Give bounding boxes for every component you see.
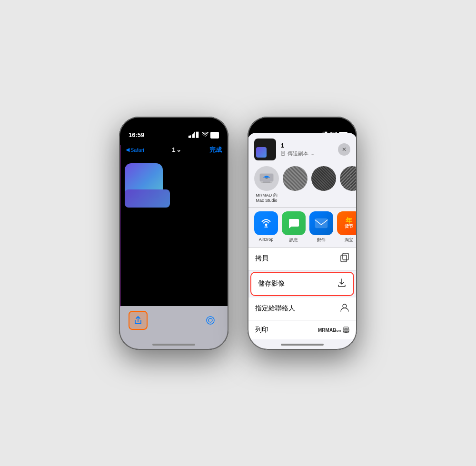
svg-point-16 xyxy=(343,304,347,308)
messages-label: 訊息 xyxy=(289,237,298,243)
battery-indicator: 97 xyxy=(210,132,219,139)
app-airdrop[interactable]: AirDrop xyxy=(254,211,278,243)
share-home-indicator xyxy=(248,339,357,350)
mail-svg xyxy=(315,218,328,228)
mac-studio-label: MRMAD 的Mac Studio xyxy=(256,193,278,203)
airdrop-svg xyxy=(259,217,273,230)
action-list: 拷貝 儲存影像 xyxy=(248,247,357,339)
back-label: Safari xyxy=(130,147,144,153)
app-taobao[interactable]: 年 货节 淘宝 xyxy=(337,211,357,243)
toolbar xyxy=(119,306,228,339)
airdrop-label: AirDrop xyxy=(259,237,274,242)
home-bar xyxy=(152,344,195,346)
svg-rect-7 xyxy=(261,182,272,183)
app-mail[interactable]: 郵件 xyxy=(309,211,333,243)
share-home-bar xyxy=(281,344,324,346)
print-label: 列印 xyxy=(255,326,268,334)
contact-1[interactable] xyxy=(283,166,307,203)
nav-bar: ◀ Safari 1 ⌄ 完成 xyxy=(119,141,228,159)
left-phone: 16:59 ▋▋▋ 97 ◀ Safari xyxy=(119,117,228,350)
save-image-icon xyxy=(337,278,347,290)
taobao-label: 淘宝 xyxy=(345,237,353,243)
bookmark-button[interactable] xyxy=(202,312,219,329)
back-button[interactable]: ◀ Safari xyxy=(126,147,144,153)
save-image-wrapper: 儲存影像 xyxy=(248,270,357,297)
share-subtitle: 傳送副本 ⌄ xyxy=(281,150,333,157)
copy-label: 拷貝 xyxy=(255,254,268,263)
contact-3-avatar xyxy=(340,166,357,191)
svg-point-1 xyxy=(208,318,212,322)
assign-contact-label: 指定給聯絡人 xyxy=(255,304,295,313)
copy-icon xyxy=(340,253,349,265)
svg-point-0 xyxy=(207,317,214,324)
messages-svg xyxy=(288,217,300,229)
taobao-icon: 年 货节 xyxy=(337,211,357,235)
contact-mac-studio[interactable]: MRMAD 的Mac Studio xyxy=(254,166,279,203)
doc-icon xyxy=(281,151,286,156)
share-sheet: 1 傳送副本 ⌄ ✕ xyxy=(248,133,357,350)
share-header: 1 傳送副本 ⌄ ✕ xyxy=(248,133,357,164)
share-title: 1 xyxy=(281,142,333,149)
content-area xyxy=(119,159,228,306)
action-copy[interactable]: 拷貝 xyxy=(248,248,357,270)
save-image-label: 儲存影像 xyxy=(258,279,285,288)
airdrop-icon xyxy=(254,211,278,235)
mrmad-logo: MRMAD .com xyxy=(318,327,341,333)
action-assign-contact[interactable]: 指定給聯絡人 xyxy=(248,297,357,320)
contacts-row: MRMAD 的Mac Studio xyxy=(248,164,357,207)
chevron-icon: ⌄ xyxy=(176,146,181,153)
share-close-button[interactable]: ✕ xyxy=(338,143,350,156)
home-indicator xyxy=(119,339,228,350)
assign-contact-icon xyxy=(340,303,349,315)
back-icon: ◀ xyxy=(126,147,129,153)
svg-rect-15 xyxy=(341,255,347,262)
mac-studio-icon xyxy=(259,173,274,184)
contact-3[interactable] xyxy=(340,166,357,203)
share-icon xyxy=(133,316,143,325)
bookmark-icon xyxy=(206,316,215,325)
thumb-gradient xyxy=(256,147,267,158)
mail-label: 郵件 xyxy=(317,237,326,243)
action-save-image[interactable]: 儲存影像 xyxy=(250,272,354,296)
mrmad-watermark: MRMAD .com xyxy=(318,327,349,333)
page-number: 1 ⌄ xyxy=(172,146,181,153)
subtitle-chevron: ⌄ xyxy=(310,150,315,157)
app-preview-rect xyxy=(125,189,170,208)
contact-2[interactable] xyxy=(311,166,336,203)
messages-icon xyxy=(282,211,306,235)
wifi-icon xyxy=(202,132,208,138)
done-button[interactable]: 完成 xyxy=(209,146,222,154)
share-thumbnail xyxy=(254,139,276,160)
dynamic-island xyxy=(152,122,195,136)
print-icon xyxy=(343,327,349,333)
mail-icon xyxy=(309,211,333,235)
contact-1-avatar xyxy=(283,166,307,191)
svg-text:.com: .com xyxy=(333,328,341,333)
share-title-area: 1 傳送副本 ⌄ xyxy=(281,142,333,157)
mac-studio-avatar xyxy=(254,166,279,191)
svg-rect-13 xyxy=(315,218,327,228)
svg-rect-14 xyxy=(343,253,348,260)
share-button[interactable] xyxy=(129,311,148,330)
action-print[interactable]: 列印 MRMAD .com xyxy=(248,320,357,339)
apps-row: AirDrop 訊息 xyxy=(248,207,357,247)
app-messages[interactable]: 訊息 xyxy=(282,211,306,243)
contact-2-avatar xyxy=(311,166,336,191)
svg-point-9 xyxy=(266,177,267,178)
right-phone: 16:59 ▋▋▋ 97 ◀ Safari xyxy=(248,117,357,350)
status-time: 16:59 xyxy=(129,131,144,139)
